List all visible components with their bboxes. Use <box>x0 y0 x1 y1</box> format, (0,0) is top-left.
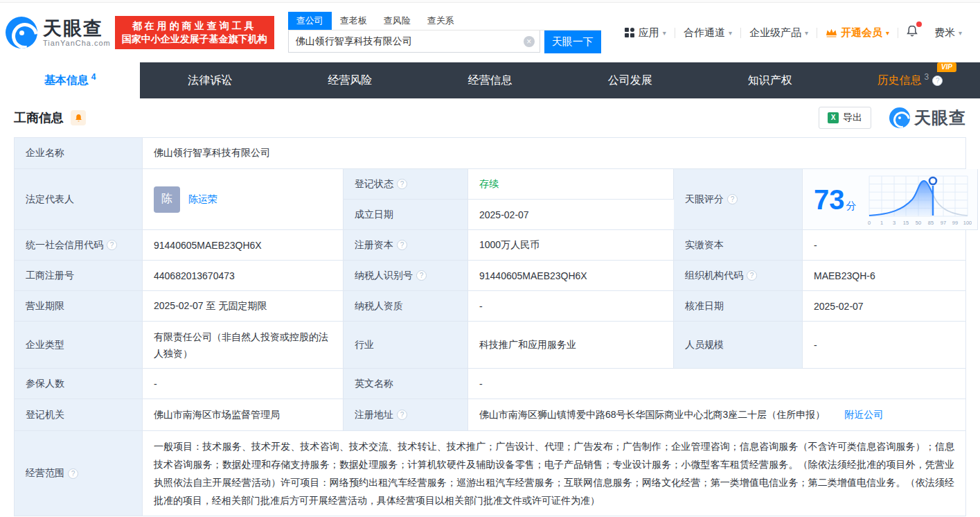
help-icon[interactable] <box>747 270 757 281</box>
promo-banner: 都在用的商业查询工具 国家中小企业发展子基金旗下机构 <box>115 16 274 49</box>
taxpayer-id-value: 91440605MAEB23QH6X <box>468 261 674 291</box>
watermark-logo-icon <box>889 107 910 128</box>
search-tab-company[interactable]: 查公司 <box>288 12 332 30</box>
search-tabs: 查公司 查老板 查风险 查关系 <box>288 12 601 30</box>
type-value: 有限责任公司（非自然人投资或控股的法人独资） <box>143 322 344 369</box>
company-name-label: 企业名称 <box>15 138 143 169</box>
address-cell: 佛山市南海区狮山镇博爱中路68号长华国际商业中心北商3座二十层（住所申报） 附近… <box>468 399 965 431</box>
en-name-value: - <box>468 369 965 399</box>
tab-history-count: 3 <box>925 72 929 82</box>
help-icon[interactable] <box>68 468 78 479</box>
taxpayer-id-label-cell: 纳税人识别号 <box>344 261 468 291</box>
table-row: 法定代表人 陈 陈运荣 登记状态 存续 天眼评分 73分 <box>15 169 965 230</box>
table-row: 营业期限 2025-02-07 至 无固定期限 纳税人资质 - 核准日期 202… <box>15 291 965 322</box>
score-marker-pin <box>929 177 936 184</box>
svg-text:85: 85 <box>927 220 933 226</box>
tab-basic-info[interactable]: 基本信息 4 <box>0 62 140 98</box>
search-box: 查公司 查老板 查风险 查关系 天眼一下 <box>288 12 601 53</box>
legal-rep-avatar[interactable]: 陈 <box>154 186 180 213</box>
business-info-table: 企业名称 佛山领行智享科技有限公司 法定代表人 陈 陈运荣 登记状态 存续 天眼… <box>14 137 966 516</box>
tab-development[interactable]: 公司发展 <box>560 62 700 98</box>
promo-line2: 国家中小企业发展子基金旗下机构 <box>122 33 267 46</box>
help-icon[interactable] <box>727 194 738 204</box>
authority-value: 佛山市南海区市场监督管理局 <box>143 399 344 431</box>
org-code-value: MAEB23QH-6 <box>803 261 965 291</box>
industry-label: 行业 <box>344 322 468 369</box>
clear-icon[interactable] <box>524 36 535 47</box>
table-row: 企业名称 佛山领行智享科技有限公司 <box>15 138 965 169</box>
score-label-cell: 天眼评分 <box>674 169 803 230</box>
credit-code-label-cell: 统一社会信用代码 <box>15 230 143 261</box>
excel-icon <box>828 112 839 123</box>
search-tab-boss[interactable]: 查老板 <box>332 12 375 30</box>
tianyancha-logo[interactable]: 天眼查 TianYanCha.com <box>6 17 111 49</box>
logo-domain: TianYanCha.com <box>43 39 111 47</box>
header-nav: 应用 合作通道 企业级产品 开通会员 费米 <box>616 24 974 41</box>
table-row: 企业类型 有限责任公司（非自然人投资或控股的法人独资） 行业 科技推广和应用服务… <box>15 322 965 369</box>
taxpayer-quality-value: - <box>468 291 674 322</box>
term-label: 营业期限 <box>15 291 143 322</box>
help-icon[interactable] <box>107 240 117 250</box>
est-date-value: 2025-02-07 <box>468 200 674 230</box>
svg-text:15: 15 <box>902 220 908 226</box>
industry-value: 科技推广和应用服务业 <box>468 322 674 369</box>
legal-rep-label: 法定代表人 <box>15 169 143 230</box>
help-icon[interactable] <box>932 76 943 86</box>
tab-ip[interactable]: 知识产权 <box>700 62 840 98</box>
nav-partner[interactable]: 合作通道 <box>675 26 740 40</box>
paid-capital-value: - <box>803 230 965 261</box>
promo-line1: 都在用的商业查询工具 <box>122 19 267 33</box>
legal-rep-cell: 陈 陈运荣 <box>143 169 344 230</box>
tab-history[interactable]: VIP 历史信息 3 <box>840 62 980 98</box>
help-icon[interactable] <box>416 270 427 281</box>
tab-basic-count: 4 <box>91 72 96 82</box>
tab-legal[interactable]: 法律诉讼 <box>140 62 280 98</box>
svg-text:100: 100 <box>963 220 971 226</box>
search-tab-relation[interactable]: 查关系 <box>419 12 463 30</box>
reg-no-value: 440682013670473 <box>143 261 344 291</box>
reg-status-label-cell: 登记状态 <box>344 169 468 200</box>
search-input[interactable] <box>288 30 540 53</box>
svg-text:99: 99 <box>952 220 957 226</box>
nav-user[interactable]: 费米 <box>926 26 970 40</box>
notification-dot <box>916 21 922 27</box>
notification-bell-icon[interactable] <box>898 24 926 41</box>
apps-grid-icon <box>625 28 634 37</box>
reg-capital-value: 1000万人民币 <box>468 230 674 261</box>
help-icon[interactable] <box>397 179 407 189</box>
taxpayer-quality-label: 纳税人资质 <box>344 291 468 322</box>
nav-apps[interactable]: 应用 <box>616 26 675 40</box>
score-unit: 分 <box>846 200 857 211</box>
help-icon[interactable] <box>397 240 407 250</box>
nearby-companies-link[interactable]: 附近公司 <box>844 409 883 421</box>
legal-rep-link[interactable]: 陈运荣 <box>188 193 217 206</box>
tab-operation[interactable]: 经营信息 <box>420 62 560 98</box>
staff-label: 人员规模 <box>674 322 803 369</box>
search-button[interactable]: 天眼一下 <box>544 30 601 53</box>
logo-name: 天眼查 <box>43 18 111 39</box>
insured-value: - <box>143 369 344 399</box>
org-code-label-cell: 组织机构代码 <box>674 261 803 291</box>
est-date-label: 成立日期 <box>344 200 468 230</box>
svg-text:1: 1 <box>880 220 882 226</box>
monitor-bell-icon[interactable] <box>71 110 86 125</box>
help-icon[interactable] <box>397 410 407 420</box>
score-value: 73 <box>814 184 845 215</box>
tab-risk[interactable]: 经营风险 <box>280 62 420 98</box>
paid-capital-label: 实缴资本 <box>674 230 803 261</box>
insured-label: 参保人数 <box>15 369 143 399</box>
nav-enterprise[interactable]: 企业级产品 <box>741 26 817 40</box>
staff-value: - <box>803 322 965 369</box>
table-row: 统一社会信用代码 91440605MAEB23QH6X 注册资本 1000万人民… <box>15 230 965 261</box>
top-header: 天眼查 TianYanCha.com 都在用的商业查询工具 国家中小企业发展子基… <box>0 2 980 62</box>
company-tabbar: 基本信息 4 法律诉讼 经营风险 经营信息 公司发展 知识产权 VIP 历史信息… <box>0 62 980 98</box>
approve-date-label: 核准日期 <box>674 291 803 322</box>
address-label-cell: 注册地址 <box>344 399 468 431</box>
approve-date-value: 2025-02-07 <box>803 291 965 322</box>
reg-status-value: 存续 <box>468 169 674 200</box>
en-name-label: 英文名称 <box>344 369 468 399</box>
nav-open-vip[interactable]: 开通会员 <box>817 26 898 40</box>
scope-value: 一般项目：技术服务、技术开发、技术咨询、技术交流、技术转让、技术推广；广告设计、… <box>143 431 965 516</box>
export-button[interactable]: 导出 <box>819 107 871 129</box>
search-tab-risk[interactable]: 查风险 <box>375 12 419 30</box>
